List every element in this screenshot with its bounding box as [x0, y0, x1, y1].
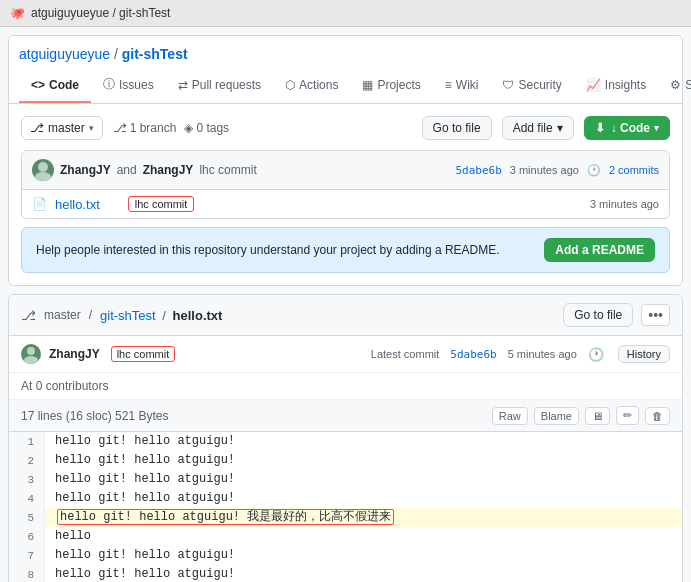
- commit-author[interactable]: ZhangJY: [60, 163, 111, 177]
- table-row: 2hello git! hello atguigu!: [9, 451, 682, 470]
- line-number[interactable]: 5: [9, 508, 45, 527]
- branch-selector[interactable]: ⎇ master ▾: [21, 116, 103, 140]
- code-caret-icon: ▾: [654, 123, 659, 133]
- tab-code[interactable]: <> Code: [19, 68, 91, 103]
- file-commit-header: ZhangJY lhc commit Latest commit 5dabe6b…: [9, 336, 682, 373]
- commit-count[interactable]: 2 commits: [609, 164, 659, 176]
- line-code: hello git! hello atguigu!: [45, 546, 235, 565]
- code-button[interactable]: ⬇ ↓ Code ▾: [584, 116, 670, 140]
- nav-tabs: <> Code ⓘ Issues ⇄ Pull requests ⬡ Actio…: [19, 68, 672, 103]
- latest-commit-row: ZhangJY and ZhangJY lhc commit 5dabe6b 3…: [22, 151, 669, 190]
- branch-count: ⎇ 1 branch: [113, 121, 177, 135]
- insights-icon: 📈: [586, 78, 601, 92]
- file-avatar: [21, 344, 41, 364]
- file-commit-time: 5 minutes ago: [508, 348, 577, 360]
- repo-name[interactable]: git-shTest: [122, 46, 188, 62]
- line-number[interactable]: 6: [9, 527, 45, 546]
- avatar: [32, 159, 54, 181]
- file-commit-sha[interactable]: 5dabe6b: [450, 348, 496, 361]
- code-view: 1hello git! hello atguigu!2hello git! he…: [9, 432, 682, 582]
- security-icon: 🛡: [502, 78, 514, 92]
- breadcrumb-repo[interactable]: git-shTest: [100, 308, 156, 323]
- repo-header: atguiguyueyue / git-shTest <> Code ⓘ Iss…: [9, 36, 682, 104]
- line-number[interactable]: 7: [9, 546, 45, 565]
- branch-label-sm: master: [44, 308, 81, 322]
- raw-button[interactable]: Raw: [492, 407, 528, 425]
- file-section: ⎇ master / git-shTest / hello.txt Go to …: [8, 294, 683, 582]
- repo-owner[interactable]: atguiguyueyue: [19, 46, 110, 62]
- contributors-text: At 0 contributors: [21, 379, 108, 393]
- commit-author2[interactable]: ZhangJY: [143, 163, 194, 177]
- branch-icon: ⎇: [30, 121, 44, 135]
- tab-security[interactable]: 🛡 Security: [490, 68, 573, 103]
- repo-title: atguiguyueyue / git-shTest: [19, 42, 672, 68]
- file-time: 3 minutes ago: [590, 198, 659, 210]
- delete-icon-button[interactable]: 🗑: [645, 407, 670, 425]
- commit-hash[interactable]: 5dabe6b: [455, 164, 501, 177]
- file-commit-msg-container: lhc commit: [108, 196, 582, 212]
- line-code: hello git! hello atguigu!: [45, 451, 235, 470]
- settings-icon: ⚙: [670, 78, 681, 92]
- edit-icon-button[interactable]: ✏: [616, 406, 639, 425]
- tab-actions[interactable]: ⬡ Actions: [273, 68, 350, 103]
- file-stats-text: 17 lines (16 sloc) 521 Bytes: [21, 409, 168, 423]
- history-button[interactable]: History: [618, 345, 670, 363]
- commit-message: lhc commit: [199, 163, 256, 177]
- svg-point-3: [24, 356, 38, 364]
- svg-point-1: [35, 172, 51, 181]
- tab-wiki[interactable]: ≡ Wiki: [433, 68, 491, 103]
- line-code: hello git! hello atguigu!: [45, 489, 235, 508]
- file-name[interactable]: hello.txt: [55, 197, 100, 212]
- add-file-button[interactable]: Add file ▾: [502, 116, 574, 140]
- branch-bar: ⎇ master ▾ ⎇ 1 branch ◈ 0 tags Go to fil…: [21, 116, 670, 140]
- caret-icon: ▾: [89, 123, 94, 133]
- add-readme-button[interactable]: Add a README: [544, 238, 655, 262]
- line-number[interactable]: 3: [9, 470, 45, 489]
- actions-icon: ⬡: [285, 78, 295, 92]
- desktop-icon-button[interactable]: 🖥: [585, 407, 610, 425]
- code-icon: <>: [31, 78, 45, 92]
- projects-icon: ▦: [362, 78, 373, 92]
- pr-icon: ⇄: [178, 78, 188, 92]
- line-code: hello: [45, 527, 91, 546]
- repo-content: ⎇ master ▾ ⎇ 1 branch ◈ 0 tags Go to fil…: [9, 104, 682, 285]
- more-options-button[interactable]: •••: [641, 304, 670, 326]
- file-commit-msg: lhc commit: [128, 196, 195, 212]
- goto-file-button[interactable]: Go to file: [422, 116, 492, 140]
- svg-point-2: [27, 347, 35, 355]
- blame-button[interactable]: Blame: [534, 407, 579, 425]
- contributors-row: At 0 contributors: [9, 373, 682, 400]
- table-row: 5hello git! hello atguigu! 我是最好的，比高不假进来: [9, 508, 682, 527]
- tag-icon: ◈: [184, 121, 193, 135]
- table-row: 1hello git! hello atguigu!: [9, 432, 682, 451]
- line-number[interactable]: 4: [9, 489, 45, 508]
- line-number[interactable]: 2: [9, 451, 45, 470]
- line-code: hello git! hello atguigu! 我是最好的，比高不假进来: [45, 508, 396, 527]
- tab-issues[interactable]: ⓘ Issues: [91, 68, 166, 103]
- file-actions: Raw Blame 🖥 ✏ 🗑: [492, 406, 670, 425]
- file-goto-button[interactable]: Go to file: [563, 303, 633, 327]
- file-commit-msg-badge: lhc commit: [111, 346, 176, 362]
- readme-banner: Help people interested in this repositor…: [21, 227, 670, 273]
- branch-count-icon: ⎇: [113, 121, 127, 135]
- tab-settings[interactable]: ⚙ Settings: [658, 68, 691, 103]
- branch-name: master: [48, 121, 85, 135]
- table-row: 8hello git! hello atguigu!: [9, 565, 682, 582]
- tab-projects[interactable]: ▦ Projects: [350, 68, 432, 103]
- highlighted-text: hello git! hello atguigu! 我是最好的，比高不假进来: [57, 509, 394, 525]
- latest-commit-label: Latest commit: [371, 348, 439, 360]
- line-number[interactable]: 1: [9, 432, 45, 451]
- tab-insights[interactable]: 📈 Insights: [574, 68, 658, 103]
- issues-icon: ⓘ: [103, 76, 115, 93]
- download-icon: ⬇: [595, 121, 605, 135]
- repo-section: atguiguyueyue / git-shTest <> Code ⓘ Iss…: [8, 35, 683, 286]
- file-icon: 📄: [32, 197, 47, 211]
- line-code: hello git! hello atguigu!: [45, 432, 235, 451]
- file-row: 📄 hello.txt lhc commit 3 minutes ago: [22, 190, 669, 218]
- svg-point-0: [38, 162, 48, 172]
- tab-pullrequests[interactable]: ⇄ Pull requests: [166, 68, 273, 103]
- window-chrome: 🐙 atguiguyueyue / git-shTest: [0, 0, 691, 27]
- file-commit-author[interactable]: ZhangJY: [49, 347, 100, 361]
- line-number[interactable]: 8: [9, 565, 45, 582]
- add-file-caret-icon: ▾: [557, 121, 563, 135]
